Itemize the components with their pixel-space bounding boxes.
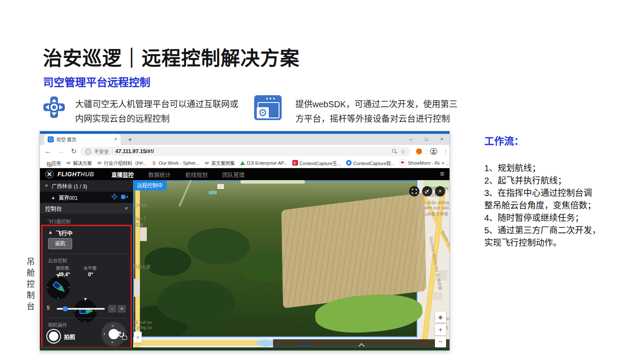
bookmark-item[interactable]: dji行业介绍材料（PP...: [97, 160, 146, 166]
yaw-dial[interactable]: [74, 299, 97, 323]
device-sidebar: ^ 广西林业 (1 / 3) ▲ 翼界001 控制台 ×: [40, 180, 133, 350]
drive-favicon: [240, 160, 245, 166]
workflow-step: 4、随时暂停或继续任务；: [484, 212, 617, 224]
shutter-button[interactable]: [46, 329, 61, 344]
dpad-icon: [42, 95, 66, 119]
dji-favicon: dji: [97, 160, 102, 166]
map-label: CHINA: [134, 203, 147, 208]
sphere-favicon: S: [151, 160, 157, 166]
hamburger-menu-icon[interactable]: ≡: [440, 169, 444, 180]
workflow-step: 1、规划航线；: [484, 162, 617, 175]
nav-team-management[interactable]: 团队管理: [222, 170, 244, 178]
address-divider: [112, 149, 112, 154]
security-label: 不安全: [94, 148, 109, 155]
browser-tab[interactable]: 司空 首页 ×: [44, 134, 121, 145]
chevron-down-icon[interactable]: ›: [110, 341, 115, 343]
apps-grid-icon: [45, 160, 50, 165]
video-trail: [179, 180, 192, 207]
chevron-up-icon: ^: [45, 184, 48, 189]
tab-close-icon[interactable]: ×: [114, 136, 117, 142]
video-field-area: [281, 193, 417, 308]
back-icon[interactable]: ←: [43, 145, 53, 158]
map-canvas[interactable]: Exit C hànA2 CHINA High-T 高新 新南七道 dà xué…: [133, 180, 450, 350]
map-label: ù gōng yu: [133, 325, 152, 330]
map-water: [257, 340, 275, 347]
map-label: 高新: [135, 221, 143, 228]
forward-icon[interactable]: →: [56, 145, 66, 158]
info-icon[interactable]: i: [85, 149, 91, 154]
zoom-plus-button[interactable]: +: [118, 305, 126, 313]
device-group-row[interactable]: ^ 广西林业 (1 / 3): [40, 180, 133, 192]
zoom-slider-thumb[interactable]: [63, 306, 68, 311]
reload-icon[interactable]: ↻: [69, 145, 79, 158]
feature1-text: 大疆司空无人机管理平台可以通过互联网或 内网实现云台的远程控制: [75, 97, 238, 126]
browser-menu-icon[interactable]: ⋮: [442, 145, 450, 158]
bookmarks-overflow-icon[interactable]: »: [440, 158, 446, 168]
group-label: 广西林业 (1 / 3): [52, 182, 87, 190]
map-building: [134, 279, 140, 297]
url-text[interactable]: 47.111.97.15/#!/: [115, 148, 154, 154]
tab-strip: 司空 首页 × + – □ ×: [40, 134, 450, 145]
contextcapture-favicon: C: [292, 160, 298, 166]
bookmark-item[interactable]: dji解决方案: [66, 160, 92, 166]
sidebar-collapse-button[interactable]: «: [134, 332, 142, 343]
bookmark-item[interactable]: ContextCapture软...: [346, 160, 395, 166]
nav-data-stats[interactable]: 数据统计: [148, 170, 170, 178]
workflow-step: 5、通过第三方厂商二次开发，: [484, 224, 617, 237]
chevron-left-icon[interactable]: ›: [103, 332, 105, 336]
divider: [47, 318, 126, 318]
new-tab-button[interactable]: +: [125, 134, 135, 145]
bookmark-item[interactable]: DJI Enterprise AP...: [240, 160, 288, 166]
map-zoom-out-button[interactable]: −: [435, 336, 446, 347]
camera-feed-icon[interactable]: [121, 193, 128, 201]
video-house: [217, 184, 224, 189]
camera-switch-icon[interactable]: ↻: [115, 328, 128, 341]
minimize-button[interactable]: –: [403, 134, 419, 145]
maximize-button[interactable]: □: [419, 134, 434, 145]
close-button[interactable]: ×: [434, 134, 450, 145]
extension-icon[interactable]: [416, 148, 422, 154]
gimbal-section-label: 云台控制: [48, 257, 67, 264]
feature2-text: 提供webSDK，可通过二次开发，使用第三 方平台，摇杆等外接设备对云台进行控制: [295, 97, 458, 126]
map-label: dà xué yu: [133, 320, 152, 325]
map-zoom-in-button[interactable]: +: [435, 324, 446, 335]
divider: [47, 253, 126, 254]
fullscreen-icon[interactable]: [409, 186, 417, 196]
flighthub-brand: FLIGHTHUB: [58, 171, 94, 178]
address-bar[interactable]: i 不安全 47.111.97.15/#!/ ☆: [80, 147, 411, 156]
zoom-value: 5: [47, 305, 50, 311]
device-name: 翼界001: [59, 194, 108, 201]
zoom-minus-button[interactable]: -: [108, 305, 116, 313]
dji-favicon: dji: [66, 160, 71, 166]
device-row[interactable]: ▲ 翼界001: [40, 192, 133, 203]
return-home-button[interactable]: 返航: [48, 238, 72, 249]
console-close-icon[interactable]: ×: [125, 205, 128, 211]
map-park: [240, 180, 305, 184]
live-video-feed[interactable]: 远程控制中 ×: [133, 180, 417, 337]
feature2-line2: 方平台，摇杆等外接设备对云台进行控制: [295, 112, 458, 126]
map-building: [140, 227, 147, 241]
slide-canvas: 治安巡逻｜远程控制解决方案 司空管理平台远程控制 大疆司空无人机管理平台可以通过…: [0, 0, 644, 362]
profile-avatar-icon[interactable]: [430, 148, 437, 157]
feature2-line1: 提供webSDK，可通过二次开发，使用第三: [295, 97, 458, 112]
nav-route-planning[interactable]: 航线规划: [185, 170, 207, 178]
pitch-dial[interactable]: [47, 276, 70, 299]
map-layers-button[interactable]: ◈: [435, 311, 446, 323]
browser-window: 司空 首页 × + – □ × ← → ↻ i 不安全 47.111.97.15…: [40, 131, 450, 350]
app-content: ^ 广西林业 (1 / 3) ▲ 翼界001 控制台 ×: [40, 180, 450, 350]
chevron-up-icon[interactable]: ›: [110, 325, 115, 327]
bookmark-apps[interactable]: 应用: [45, 160, 61, 166]
drone-icon: ▲: [48, 229, 53, 235]
browser-toolbar: ← → ↻ i 不安全 47.111.97.15/#!/ ☆: [40, 145, 450, 158]
bookmark-item[interactable]: SOur Work - Spher...: [151, 160, 199, 166]
bookmark-item[interactable]: CContextCapture生...: [292, 160, 341, 166]
bookmark-item[interactable]: dji英文案例集: [204, 160, 235, 166]
map-label: 新南七道: [133, 263, 150, 270]
map-road-label: Baishi Street白石街: [440, 229, 450, 265]
console-header: 控制台 ×: [40, 203, 133, 214]
locate-icon[interactable]: [111, 193, 118, 202]
bookmark-star-icon[interactable]: ☆: [400, 148, 406, 155]
photo-label: 拍照: [64, 332, 75, 341]
search-icon[interactable]: [392, 149, 397, 154]
nav-live-monitor[interactable]: 直播监控: [111, 170, 134, 178]
